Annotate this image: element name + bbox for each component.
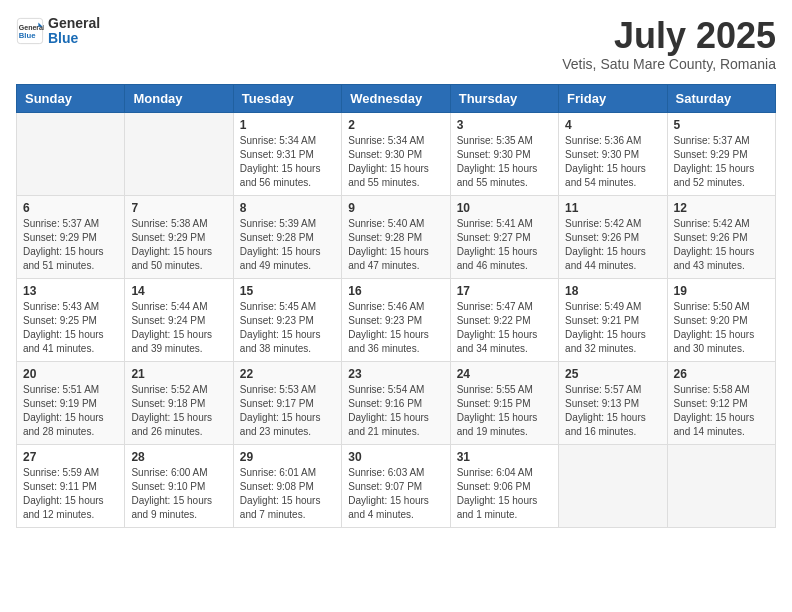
logo: General Blue General Blue bbox=[16, 16, 100, 47]
day-info: Sunrise: 5:53 AM Sunset: 9:17 PM Dayligh… bbox=[240, 383, 335, 439]
title-block: July 2025 Vetis, Satu Mare County, Roman… bbox=[562, 16, 776, 72]
day-info: Sunrise: 5:52 AM Sunset: 9:18 PM Dayligh… bbox=[131, 383, 226, 439]
day-info: Sunrise: 5:34 AM Sunset: 9:30 PM Dayligh… bbox=[348, 134, 443, 190]
svg-text:Blue: Blue bbox=[19, 31, 36, 40]
weekday-header-sunday: Sunday bbox=[17, 84, 125, 112]
day-number: 3 bbox=[457, 118, 552, 132]
day-number: 15 bbox=[240, 284, 335, 298]
calendar-cell bbox=[125, 112, 233, 195]
calendar-cell: 11Sunrise: 5:42 AM Sunset: 9:26 PM Dayli… bbox=[559, 195, 667, 278]
day-number: 26 bbox=[674, 367, 769, 381]
day-info: Sunrise: 6:04 AM Sunset: 9:06 PM Dayligh… bbox=[457, 466, 552, 522]
calendar-cell: 26Sunrise: 5:58 AM Sunset: 9:12 PM Dayli… bbox=[667, 361, 775, 444]
calendar-cell: 21Sunrise: 5:52 AM Sunset: 9:18 PM Dayli… bbox=[125, 361, 233, 444]
calendar-cell: 12Sunrise: 5:42 AM Sunset: 9:26 PM Dayli… bbox=[667, 195, 775, 278]
day-number: 20 bbox=[23, 367, 118, 381]
calendar-table: SundayMondayTuesdayWednesdayThursdayFrid… bbox=[16, 84, 776, 528]
calendar-cell: 29Sunrise: 6:01 AM Sunset: 9:08 PM Dayli… bbox=[233, 444, 341, 527]
calendar-cell: 5Sunrise: 5:37 AM Sunset: 9:29 PM Daylig… bbox=[667, 112, 775, 195]
page-header: General Blue General Blue July 2025 Veti… bbox=[16, 16, 776, 72]
calendar-cell: 14Sunrise: 5:44 AM Sunset: 9:24 PM Dayli… bbox=[125, 278, 233, 361]
day-info: Sunrise: 6:00 AM Sunset: 9:10 PM Dayligh… bbox=[131, 466, 226, 522]
day-number: 25 bbox=[565, 367, 660, 381]
day-info: Sunrise: 5:51 AM Sunset: 9:19 PM Dayligh… bbox=[23, 383, 118, 439]
day-number: 11 bbox=[565, 201, 660, 215]
calendar-cell: 4Sunrise: 5:36 AM Sunset: 9:30 PM Daylig… bbox=[559, 112, 667, 195]
calendar-cell: 17Sunrise: 5:47 AM Sunset: 9:22 PM Dayli… bbox=[450, 278, 558, 361]
calendar-cell: 23Sunrise: 5:54 AM Sunset: 9:16 PM Dayli… bbox=[342, 361, 450, 444]
day-number: 18 bbox=[565, 284, 660, 298]
day-info: Sunrise: 5:37 AM Sunset: 9:29 PM Dayligh… bbox=[674, 134, 769, 190]
day-info: Sunrise: 5:39 AM Sunset: 9:28 PM Dayligh… bbox=[240, 217, 335, 273]
day-number: 16 bbox=[348, 284, 443, 298]
day-info: Sunrise: 5:41 AM Sunset: 9:27 PM Dayligh… bbox=[457, 217, 552, 273]
day-number: 21 bbox=[131, 367, 226, 381]
day-info: Sunrise: 5:38 AM Sunset: 9:29 PM Dayligh… bbox=[131, 217, 226, 273]
day-number: 29 bbox=[240, 450, 335, 464]
day-info: Sunrise: 5:55 AM Sunset: 9:15 PM Dayligh… bbox=[457, 383, 552, 439]
day-number: 9 bbox=[348, 201, 443, 215]
weekday-header-row: SundayMondayTuesdayWednesdayThursdayFrid… bbox=[17, 84, 776, 112]
day-info: Sunrise: 5:47 AM Sunset: 9:22 PM Dayligh… bbox=[457, 300, 552, 356]
calendar-cell bbox=[17, 112, 125, 195]
day-number: 22 bbox=[240, 367, 335, 381]
month-title: July 2025 bbox=[562, 16, 776, 56]
logo-blue: Blue bbox=[48, 31, 100, 46]
calendar-cell bbox=[667, 444, 775, 527]
day-info: Sunrise: 5:40 AM Sunset: 9:28 PM Dayligh… bbox=[348, 217, 443, 273]
day-info: Sunrise: 6:01 AM Sunset: 9:08 PM Dayligh… bbox=[240, 466, 335, 522]
calendar-cell: 6Sunrise: 5:37 AM Sunset: 9:29 PM Daylig… bbox=[17, 195, 125, 278]
day-info: Sunrise: 5:36 AM Sunset: 9:30 PM Dayligh… bbox=[565, 134, 660, 190]
day-info: Sunrise: 5:59 AM Sunset: 9:11 PM Dayligh… bbox=[23, 466, 118, 522]
day-number: 28 bbox=[131, 450, 226, 464]
calendar-cell: 30Sunrise: 6:03 AM Sunset: 9:07 PM Dayli… bbox=[342, 444, 450, 527]
day-info: Sunrise: 5:49 AM Sunset: 9:21 PM Dayligh… bbox=[565, 300, 660, 356]
day-info: Sunrise: 5:57 AM Sunset: 9:13 PM Dayligh… bbox=[565, 383, 660, 439]
day-info: Sunrise: 5:42 AM Sunset: 9:26 PM Dayligh… bbox=[674, 217, 769, 273]
day-number: 5 bbox=[674, 118, 769, 132]
calendar-cell: 28Sunrise: 6:00 AM Sunset: 9:10 PM Dayli… bbox=[125, 444, 233, 527]
week-row-4: 20Sunrise: 5:51 AM Sunset: 9:19 PM Dayli… bbox=[17, 361, 776, 444]
week-row-3: 13Sunrise: 5:43 AM Sunset: 9:25 PM Dayli… bbox=[17, 278, 776, 361]
day-info: Sunrise: 5:35 AM Sunset: 9:30 PM Dayligh… bbox=[457, 134, 552, 190]
calendar-cell: 7Sunrise: 5:38 AM Sunset: 9:29 PM Daylig… bbox=[125, 195, 233, 278]
day-number: 1 bbox=[240, 118, 335, 132]
location-subtitle: Vetis, Satu Mare County, Romania bbox=[562, 56, 776, 72]
calendar-cell: 24Sunrise: 5:55 AM Sunset: 9:15 PM Dayli… bbox=[450, 361, 558, 444]
day-info: Sunrise: 5:46 AM Sunset: 9:23 PM Dayligh… bbox=[348, 300, 443, 356]
day-info: Sunrise: 5:43 AM Sunset: 9:25 PM Dayligh… bbox=[23, 300, 118, 356]
calendar-cell: 31Sunrise: 6:04 AM Sunset: 9:06 PM Dayli… bbox=[450, 444, 558, 527]
day-info: Sunrise: 5:50 AM Sunset: 9:20 PM Dayligh… bbox=[674, 300, 769, 356]
week-row-5: 27Sunrise: 5:59 AM Sunset: 9:11 PM Dayli… bbox=[17, 444, 776, 527]
day-number: 27 bbox=[23, 450, 118, 464]
weekday-header-thursday: Thursday bbox=[450, 84, 558, 112]
logo-icon: General Blue bbox=[16, 17, 44, 45]
calendar-cell: 27Sunrise: 5:59 AM Sunset: 9:11 PM Dayli… bbox=[17, 444, 125, 527]
day-info: Sunrise: 5:45 AM Sunset: 9:23 PM Dayligh… bbox=[240, 300, 335, 356]
calendar-cell: 20Sunrise: 5:51 AM Sunset: 9:19 PM Dayli… bbox=[17, 361, 125, 444]
day-number: 10 bbox=[457, 201, 552, 215]
day-info: Sunrise: 5:34 AM Sunset: 9:31 PM Dayligh… bbox=[240, 134, 335, 190]
calendar-cell: 15Sunrise: 5:45 AM Sunset: 9:23 PM Dayli… bbox=[233, 278, 341, 361]
calendar-cell: 25Sunrise: 5:57 AM Sunset: 9:13 PM Dayli… bbox=[559, 361, 667, 444]
day-number: 4 bbox=[565, 118, 660, 132]
day-info: Sunrise: 5:37 AM Sunset: 9:29 PM Dayligh… bbox=[23, 217, 118, 273]
day-number: 17 bbox=[457, 284, 552, 298]
day-number: 7 bbox=[131, 201, 226, 215]
day-number: 6 bbox=[23, 201, 118, 215]
calendar-cell: 10Sunrise: 5:41 AM Sunset: 9:27 PM Dayli… bbox=[450, 195, 558, 278]
day-number: 13 bbox=[23, 284, 118, 298]
logo-general: General bbox=[48, 16, 100, 31]
weekday-header-saturday: Saturday bbox=[667, 84, 775, 112]
calendar-cell: 2Sunrise: 5:34 AM Sunset: 9:30 PM Daylig… bbox=[342, 112, 450, 195]
day-number: 19 bbox=[674, 284, 769, 298]
day-number: 24 bbox=[457, 367, 552, 381]
day-number: 30 bbox=[348, 450, 443, 464]
day-number: 23 bbox=[348, 367, 443, 381]
calendar-cell: 16Sunrise: 5:46 AM Sunset: 9:23 PM Dayli… bbox=[342, 278, 450, 361]
day-info: Sunrise: 5:58 AM Sunset: 9:12 PM Dayligh… bbox=[674, 383, 769, 439]
calendar-cell: 8Sunrise: 5:39 AM Sunset: 9:28 PM Daylig… bbox=[233, 195, 341, 278]
calendar-cell: 3Sunrise: 5:35 AM Sunset: 9:30 PM Daylig… bbox=[450, 112, 558, 195]
day-info: Sunrise: 5:44 AM Sunset: 9:24 PM Dayligh… bbox=[131, 300, 226, 356]
weekday-header-monday: Monday bbox=[125, 84, 233, 112]
